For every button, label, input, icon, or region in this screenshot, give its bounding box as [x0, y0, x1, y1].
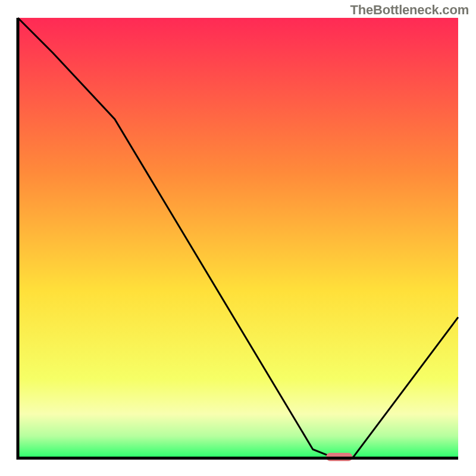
plot-background — [18, 18, 458, 458]
chart-container: TheBottleneck.com — [0, 0, 476, 476]
attribution-label: TheBottleneck.com — [350, 2, 469, 18]
bottleneck-chart — [0, 0, 476, 476]
